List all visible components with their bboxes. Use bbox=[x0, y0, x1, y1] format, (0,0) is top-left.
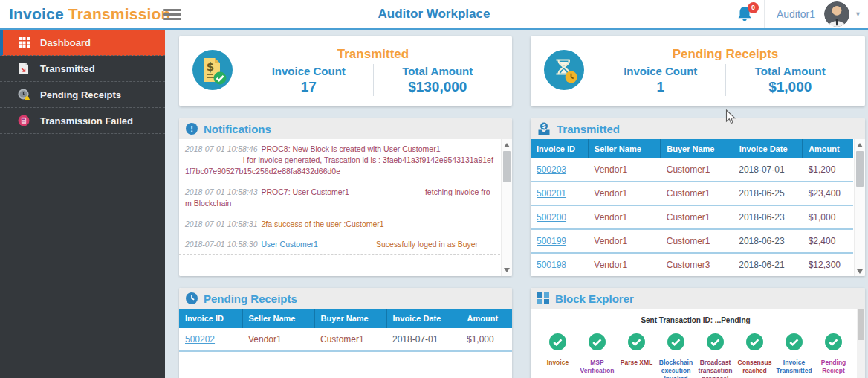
date-cell: 2018-06-25 bbox=[733, 182, 802, 205]
card-title: Transmitted bbox=[244, 47, 502, 62]
block-explorer-panel-header: Block Explorer bbox=[531, 288, 865, 309]
scroll-down-arrow-icon[interactable] bbox=[504, 268, 510, 272]
invoice-id-link[interactable]: 500200 bbox=[537, 212, 566, 222]
date-cell: 2018-06-21 bbox=[733, 253, 802, 276]
notification-entry: 2018-07-01 10:58:43PROC7: User Customer1… bbox=[179, 182, 500, 214]
notifications-bell-button[interactable]: 0 bbox=[725, 0, 765, 28]
step-label: MSP Verification bbox=[577, 359, 617, 375]
invoice-id-link[interactable]: 500203 bbox=[537, 164, 566, 175]
invoice-id-cell: 500202 bbox=[179, 328, 242, 351]
amount-cell: $2,400 bbox=[803, 229, 853, 253]
scroll-up-arrow-icon[interactable] bbox=[504, 143, 510, 147]
invoice-check-icon: $ bbox=[192, 50, 233, 93]
dollar-deposit-icon: $ bbox=[537, 122, 551, 135]
total-amount-value: $130,000 bbox=[374, 79, 502, 95]
sidebar-item-dashboard[interactable]: Dashboard bbox=[0, 30, 165, 56]
sidebar-item-label: Pending Receipts bbox=[40, 89, 121, 100]
column-header: Invoice Date bbox=[386, 309, 461, 328]
check-circle-icon bbox=[786, 333, 803, 350]
scrollbar-thumb[interactable] bbox=[503, 151, 511, 182]
sidebar-item-transmitted[interactable]: Transmitted bbox=[0, 56, 165, 82]
column-header: Buyer Name bbox=[314, 309, 386, 328]
table-row: 500203 Vendor1 Customer1 2018-07-01 $1,2… bbox=[531, 158, 853, 182]
dashboard-grid-icon bbox=[17, 37, 30, 48]
pending-receipts-panel-header: Pending Receipts bbox=[179, 288, 512, 309]
column-header: Buyer Name bbox=[661, 139, 733, 158]
sidebar-item-transmission-failed[interactable]: Transmission Failed bbox=[0, 108, 165, 134]
buyer-cell: Customer3 bbox=[661, 253, 733, 276]
step-pending-reciept: Pending Reciept bbox=[814, 333, 853, 378]
notification-time: 2018-07-01 10:58:43 bbox=[185, 188, 258, 196]
svg-text:$: $ bbox=[207, 60, 214, 74]
hourglass-clock-icon bbox=[544, 50, 584, 93]
invoice-count-label: Invoice Count bbox=[596, 65, 725, 77]
hamburger-menu-icon[interactable] bbox=[163, 7, 181, 22]
scroll-up-arrow-icon[interactable] bbox=[857, 143, 863, 147]
check-circle-icon bbox=[825, 333, 842, 350]
svg-text:$: $ bbox=[542, 123, 545, 129]
seller-cell: Vendor1 bbox=[588, 253, 660, 276]
notification-entry: 2018-07-01 10:58:312fa success of the us… bbox=[179, 214, 500, 235]
notifications-panel-header: ! Notifications bbox=[179, 118, 512, 139]
app-logo: Invoice Transmission bbox=[0, 5, 158, 23]
notification-text: i for invoice generated, Trascation id i… bbox=[185, 156, 493, 176]
auditor-dashboard: Invoice Transmission Auditor Workplace 0… bbox=[0, 0, 868, 378]
column-header: Seller Name bbox=[242, 309, 314, 328]
user-name[interactable]: Auditor1 bbox=[765, 8, 824, 20]
invoice-id-link[interactable]: 500201 bbox=[537, 188, 566, 199]
clock-icon bbox=[186, 292, 198, 304]
sent-transaction-status: Sent Transaction ID: ...Pending bbox=[538, 316, 853, 324]
transmitted-table-scrollbar[interactable] bbox=[854, 139, 865, 276]
invoice-id-link[interactable]: 500202 bbox=[185, 334, 215, 345]
date-cell: 2018-07-01 bbox=[386, 328, 461, 351]
notification-time: 2018-07-01 10:58:31 bbox=[185, 220, 258, 228]
invoice-count-value: 1 bbox=[596, 79, 725, 95]
sidebar-item-pending-receipts[interactable]: Pending Receipts bbox=[0, 82, 165, 108]
sidebar-item-label: Transmission Failed bbox=[40, 115, 133, 126]
table-row: 500198 Vendor1 Customer3 2018-06-21 $12,… bbox=[531, 253, 853, 276]
table-header-row: Invoice ID Seller Name Buyer Name Invoic… bbox=[179, 309, 512, 328]
table-header-row: Invoice ID Seller Name Buyer Name Invoic… bbox=[531, 139, 853, 158]
scrollbar-thumb[interactable] bbox=[858, 309, 864, 340]
column-header: Amount bbox=[461, 309, 512, 328]
total-amount-label: Total Amount bbox=[726, 65, 855, 77]
seller-cell: Vendor1 bbox=[588, 205, 660, 229]
transmitted-panel-header: $ Transmitted bbox=[531, 118, 865, 139]
notifications-scrollbar[interactable] bbox=[501, 139, 512, 276]
block-explorer-scrollbar[interactable] bbox=[857, 309, 865, 378]
avatar[interactable] bbox=[824, 1, 849, 27]
notification-count-badge: 0 bbox=[748, 2, 759, 13]
invoice-id-link[interactable]: 500198 bbox=[537, 260, 566, 270]
step-consensus-reached: Consensus reached bbox=[735, 333, 774, 378]
column-header: Invoice ID bbox=[179, 309, 242, 328]
notification-time: 2018-07-01 10:58:30 bbox=[185, 240, 258, 249]
invoice-id-cell: 500199 bbox=[531, 229, 588, 253]
notification-entry: 2018-07-01 10:58:30User Customer1Sucessf… bbox=[179, 234, 500, 255]
column-header: Invoice ID bbox=[531, 139, 588, 158]
date-cell: 2018-06-23 bbox=[733, 205, 802, 229]
seller-cell: Vendor1 bbox=[588, 158, 660, 182]
transmitted-table: Invoice ID Seller Name Buyer Name Invoic… bbox=[531, 139, 853, 276]
notification-list: 2018-07-01 10:58:46PROC8: New Block is c… bbox=[179, 139, 500, 255]
pending-receipts-panel: Pending Receipts Invoice ID Seller Name … bbox=[179, 288, 512, 378]
notification-text: PROC8: New Block is created with User Cu… bbox=[262, 144, 441, 153]
seller-cell: Vendor1 bbox=[588, 182, 660, 205]
buyer-cell: Customer1 bbox=[314, 328, 386, 351]
scroll-down-arrow-icon[interactable] bbox=[857, 269, 863, 274]
invoice-id-cell: 500201 bbox=[531, 182, 588, 205]
chevron-down-icon[interactable]: ▼ bbox=[849, 10, 868, 18]
info-circle-icon: ! bbox=[186, 123, 198, 135]
column-header: Amount bbox=[803, 139, 853, 158]
top-bar: Invoice Transmission Auditor Workplace 0… bbox=[0, 0, 868, 30]
amount-cell: $1,200 bbox=[803, 158, 853, 182]
check-circle-icon bbox=[667, 333, 684, 350]
buyer-cell: Customer1 bbox=[661, 158, 733, 182]
invoice-id-link[interactable]: 500199 bbox=[537, 236, 566, 246]
scrollbar-thumb[interactable] bbox=[856, 151, 864, 187]
seller-cell: Vendor1 bbox=[588, 229, 660, 253]
transmitted-doc-icon bbox=[17, 63, 30, 74]
buyer-cell: Customer1 bbox=[661, 205, 733, 229]
check-circle-icon bbox=[746, 333, 763, 350]
seller-cell: Vendor1 bbox=[242, 328, 314, 351]
sidebar: Dashboard Transmitted bbox=[0, 30, 165, 378]
